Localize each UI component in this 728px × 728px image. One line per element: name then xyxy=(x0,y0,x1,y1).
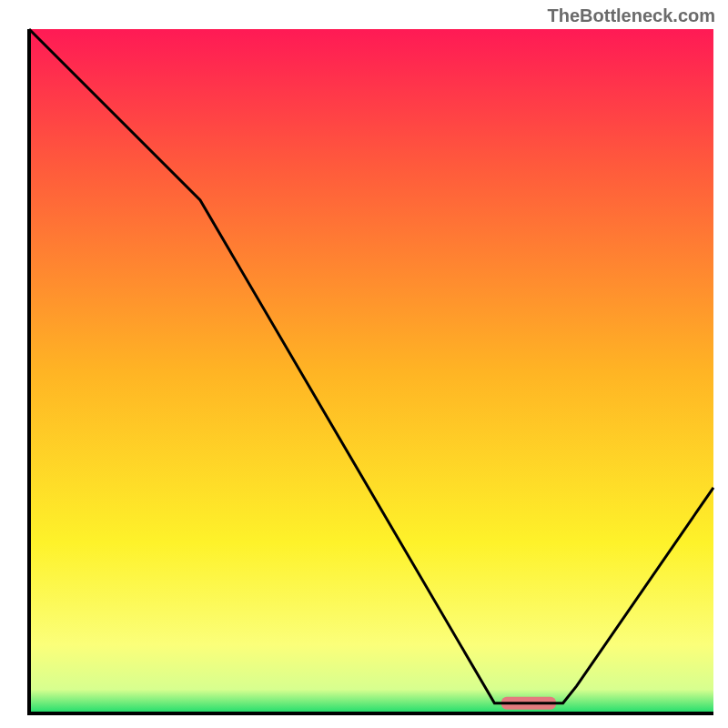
bottleneck-chart xyxy=(0,0,728,728)
watermark-text: TheBottleneck.com xyxy=(548,5,715,26)
chart-container: TheBottleneck.com xyxy=(0,0,728,728)
